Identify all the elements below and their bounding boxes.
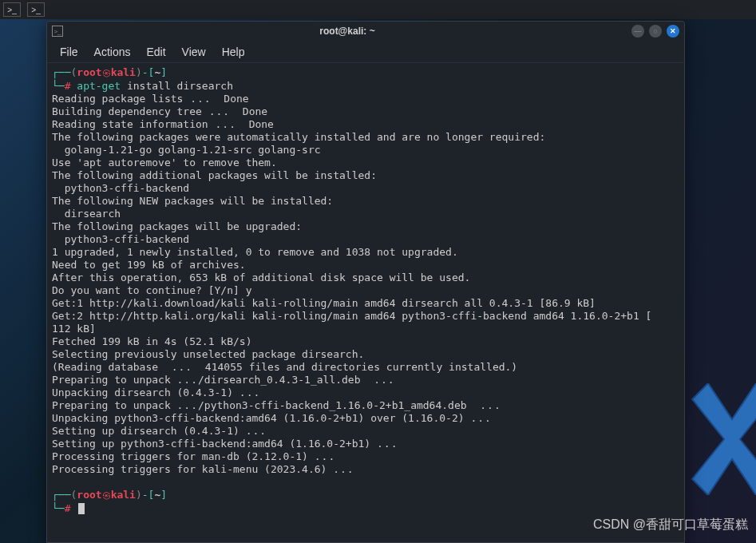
output-line: (Reading database	[52, 361, 164, 373]
output-line: golang-1.21-go golang-1.21-src golang-sr…	[52, 144, 321, 156]
output-line: Get:1 http://kali.download/kali kali-rol…	[52, 297, 596, 309]
command-prefix: apt-get	[77, 80, 121, 92]
titlebar[interactable]: >_ root@kali: ~ — ○ ✕	[47, 22, 684, 41]
output-line: Fetched 199 kB in 4s (52.1 kB/s)	[52, 335, 251, 347]
output-line: 1 upgraded, 1 newly installed, 0 to remo…	[52, 246, 458, 258]
menu-file[interactable]: File	[52, 43, 86, 61]
taskbar-terminal-icon-1[interactable]: >_	[3, 2, 21, 17]
output-line: dirsearch	[52, 208, 121, 220]
output-line: /dirsearch_0.4.3-1_all.deb	[198, 374, 366, 386]
taskbar: >_ >_	[0, 0, 756, 19]
output-line: Use 'apt autoremove' to remove them.	[52, 157, 277, 168]
output-line: Setting up python3-cffi-backend:amd64 (1…	[52, 438, 377, 450]
minimize-button[interactable]: —	[631, 25, 644, 38]
output-line: The following packages will be upgraded:	[52, 220, 302, 232]
watermark: CSDN @香甜可口草莓蛋糕	[593, 517, 748, 533]
taskbar-terminal-icon-2[interactable]: >_	[27, 2, 45, 17]
output-line: Preparing to unpack	[52, 374, 177, 386]
output-line: 414055 files and directories currently i…	[199, 361, 517, 373]
output-line: The following NEW packages will be insta…	[52, 195, 333, 207]
output-line: Building dependency tree	[52, 105, 202, 117]
menu-actions[interactable]: Actions	[86, 43, 139, 61]
output-line: Do you want to continue? [Y/n] y	[52, 284, 251, 296]
kali-dragon-logo	[684, 383, 756, 495]
output-done: Done	[243, 105, 267, 117]
prompt-host: kali	[111, 489, 136, 501]
output-line: /python3-cffi-backend_1.16.0-2+b1_amd64.…	[198, 399, 473, 411]
output-line: Selecting previously unselected package …	[52, 348, 364, 360]
terminal-body[interactable]: ┌──(root㉿kali)-[~] └─# apt-get install d…	[47, 63, 684, 542]
output-line: python3-cffi-backend	[52, 182, 189, 194]
output-line: python3-cffi-backend	[52, 233, 189, 245]
output-line: Processing triggers for kali-menu (2023.…	[52, 463, 333, 475]
menu-view[interactable]: View	[174, 43, 214, 61]
cursor	[78, 503, 85, 514]
terminal-icon: >_	[52, 26, 63, 37]
prompt-user: root	[77, 66, 101, 78]
window-controls: — ○ ✕	[631, 25, 679, 38]
menubar: File Actions Edit View Help	[47, 41, 684, 63]
output-line: Reading package lists	[52, 93, 183, 105]
menu-help[interactable]: Help	[214, 43, 253, 61]
prompt-user: root	[77, 489, 101, 501]
prompt-host: kali	[111, 66, 136, 78]
output-line: Unpacking dirsearch (0.4.3-1)	[52, 386, 239, 398]
output-line: 112 kB]	[52, 323, 96, 335]
output-line: Need to get 199 kB of archives.	[52, 259, 246, 271]
menu-edit[interactable]: Edit	[138, 43, 173, 61]
output-line: Preparing to unpack	[52, 399, 177, 411]
terminal-window: >_ root@kali: ~ — ○ ✕ File Actions Edit …	[46, 21, 685, 543]
maximize-button[interactable]: ○	[649, 25, 662, 38]
output-done: Done	[224, 93, 248, 105]
command-text: install dirsearch	[127, 80, 233, 92]
output-line: Processing triggers for man-db (2.12.0-1…	[52, 450, 315, 462]
output-line: After this operation, 653 kB of addition…	[52, 272, 470, 283]
output-line: The following additional packages will b…	[52, 169, 377, 181]
output-line: Reading state information	[52, 118, 208, 130]
output-done: Done	[249, 118, 274, 130]
output-line: Unpacking python3-cffi-backend:amd64 (1.…	[52, 412, 470, 424]
output-line: Setting up dirsearch (0.4.3-1)	[52, 425, 246, 437]
output-line: Get:2 http://http.kali.org/kali kali-rol…	[52, 310, 651, 322]
window-title: root@kali: ~	[63, 26, 631, 37]
close-button[interactable]: ✕	[667, 25, 679, 38]
output-line: The following packages were automaticall…	[52, 131, 545, 143]
